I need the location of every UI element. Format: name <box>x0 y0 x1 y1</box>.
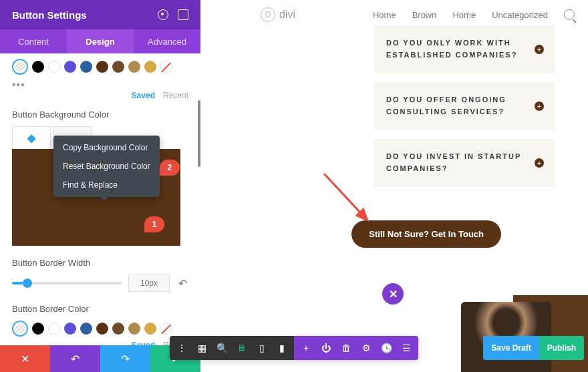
swatch-selected[interactable] <box>12 59 28 75</box>
swatch-tan[interactable] <box>128 323 140 335</box>
wireframe-icon[interactable]: ▦ <box>196 343 207 353</box>
search-icon[interactable] <box>564 9 575 20</box>
more-icon[interactable]: ••• <box>12 79 188 91</box>
swatch-blue[interactable] <box>80 61 92 73</box>
menu-icon[interactable]: ⋮ <box>176 343 187 353</box>
history-icon[interactable]: 🕓 <box>381 343 392 353</box>
ctx-reset[interactable]: Reset Background Color <box>53 157 160 176</box>
panel-header: Button Settings <box>0 0 200 29</box>
bg-tab-color[interactable]: ◆ <box>12 126 51 149</box>
desktop-icon[interactable]: 🖥 <box>237 343 247 353</box>
faq-item[interactable]: DO YOU OFFER ONGOING CONSULTING SERVICES… <box>374 82 555 130</box>
tab-advanced[interactable]: Advanced <box>134 29 200 53</box>
ctx-copy[interactable]: Copy Background Color <box>53 138 160 157</box>
border-width-slider[interactable] <box>12 282 122 285</box>
swatch-gold[interactable] <box>144 323 156 335</box>
settings-panel: Button Settings Content Design Advanced … <box>0 0 200 372</box>
faq-accordion: DO YOU ONLY WORK WITH ESTABLISHED COMPAN… <box>374 25 555 196</box>
close-builder-button[interactable]: ✕ <box>382 283 404 305</box>
cancel-button[interactable]: ✕ <box>0 345 50 372</box>
annotation-badge-2: 2 <box>160 160 180 176</box>
expand-icon[interactable] <box>178 9 188 20</box>
nav-link[interactable]: Brown <box>412 10 437 20</box>
site-brand[interactable]: D divi <box>261 7 295 22</box>
border-width-label: Button Border Width <box>12 258 188 268</box>
nav-link[interactable]: Home <box>373 10 396 20</box>
undo-button[interactable]: ↶ <box>50 345 100 372</box>
nav-link[interactable]: Home <box>452 10 476 20</box>
tab-content[interactable]: Content <box>0 29 67 53</box>
panel-title: Button Settings <box>12 9 87 21</box>
swatch-black[interactable] <box>32 323 44 335</box>
sliders-icon[interactable]: ☰ <box>401 343 412 353</box>
bg-color-label: Button Background Color <box>12 110 188 120</box>
page-preview: D divi Home Brown Home Uncategorized DO … <box>200 0 588 372</box>
faq-item[interactable]: DO YOU INVEST IN STARTUP COMPANIES? + <box>374 139 555 186</box>
border-width-input[interactable] <box>128 274 170 292</box>
swatch-gold[interactable] <box>144 61 156 73</box>
add-icon[interactable]: + <box>301 343 311 353</box>
swatch-white[interactable] <box>48 323 60 335</box>
swatch-black[interactable] <box>32 61 44 73</box>
border-color-label: Button Border Color <box>12 304 188 314</box>
swatch-brown[interactable] <box>112 323 124 335</box>
panel-body: ••• Saved Recent Button Background Color… <box>0 53 200 345</box>
responsive-icon[interactable] <box>158 9 168 20</box>
power-icon[interactable]: ⏻ <box>321 343 331 353</box>
hero-section: ✕ <box>401 295 588 372</box>
context-menu: Copy Background Color Reset Background C… <box>53 136 160 197</box>
annotation-badge-1: 1 <box>144 216 164 232</box>
redo-button[interactable]: ↷ <box>100 345 150 372</box>
phone-icon[interactable]: ▮ <box>277 343 287 353</box>
swatch-brown-dark[interactable] <box>96 61 108 73</box>
faq-question: DO YOU ONLY WORK WITH ESTABLISHED COMPAN… <box>386 37 528 61</box>
swatch-selected[interactable] <box>12 321 28 337</box>
swatch-none[interactable] <box>160 323 172 335</box>
recent-tab[interactable]: Recent <box>163 91 188 100</box>
trash-icon[interactable]: 🗑 <box>341 343 351 353</box>
swatch-brown-dark[interactable] <box>96 323 108 335</box>
plus-icon[interactable]: + <box>535 158 544 168</box>
reset-icon[interactable]: ↶ <box>176 277 188 289</box>
plus-icon[interactable]: + <box>535 102 544 111</box>
swatch-brown[interactable] <box>112 61 124 73</box>
swatch-white[interactable] <box>48 61 60 73</box>
faq-item[interactable]: DO YOU ONLY WORK WITH ESTABLISHED COMPAN… <box>374 25 555 73</box>
saved-tab[interactable]: Saved <box>132 341 155 345</box>
builder-toolbar: ⋮ ▦ 🔍 🖥 ▯ ▮ + ⏻ 🗑 ⚙ 🕓 ☰ <box>170 336 418 360</box>
gear-icon[interactable]: ⚙ <box>361 343 372 353</box>
ctx-find-replace[interactable]: Find & Replace <box>53 176 160 194</box>
saved-tab[interactable]: Saved <box>132 91 155 100</box>
swatch-purple[interactable] <box>64 61 76 73</box>
plus-icon[interactable]: + <box>535 45 544 54</box>
tablet-icon[interactable]: ▯ <box>257 343 267 353</box>
panel-tabs: Content Design Advanced <box>0 29 200 53</box>
swatch-blue[interactable] <box>80 323 92 335</box>
bg-color-preview[interactable]: Copy Background Color Reset Background C… <box>12 149 180 246</box>
publish-buttons: Save Draft Publish <box>483 336 584 360</box>
text-color-swatches <box>12 59 188 75</box>
swatch-none[interactable] <box>160 61 172 73</box>
swatch-purple[interactable] <box>64 323 76 335</box>
faq-question: DO YOU OFFER ONGOING CONSULTING SERVICES… <box>386 94 528 118</box>
faq-question: DO YOU INVEST IN STARTUP COMPANIES? <box>386 151 528 174</box>
swatch-tan[interactable] <box>128 61 140 73</box>
brand-text: divi <box>279 9 295 21</box>
publish-button[interactable]: Publish <box>539 336 584 360</box>
tab-design[interactable]: Design <box>67 29 134 53</box>
cta-button[interactable]: Still Not Sure? Get In Touch <box>351 220 501 248</box>
zoom-icon[interactable]: 🔍 <box>216 343 227 353</box>
logo-icon: D <box>261 7 275 22</box>
save-draft-button[interactable]: Save Draft <box>483 336 539 360</box>
nav-link[interactable]: Uncategorized <box>492 10 548 20</box>
